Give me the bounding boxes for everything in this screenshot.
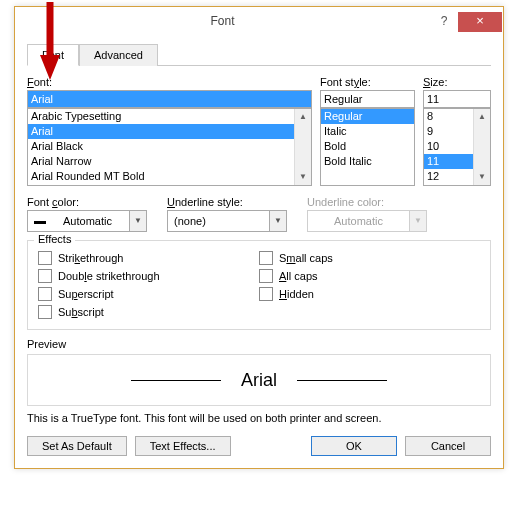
cancel-button[interactable]: Cancel [405, 436, 491, 456]
font-input[interactable] [27, 90, 312, 108]
underlinestyle-value: (none) [168, 215, 269, 227]
fontstyle-label: Font style: [320, 76, 415, 88]
check-subscript[interactable]: Subscript [38, 305, 259, 319]
fontstyle-listbox[interactable]: Regular Italic Bold Bold Italic [320, 108, 415, 186]
list-item[interactable]: Arial Narrow [28, 154, 311, 169]
checkbox-icon [259, 287, 273, 301]
tab-advanced-label: Advanced [94, 49, 143, 61]
help-button[interactable]: ? [430, 11, 458, 31]
list-item[interactable]: Bold [321, 139, 414, 154]
list-item[interactable]: Bold Italic [321, 154, 414, 169]
check-allcaps[interactable]: All caps [259, 269, 480, 283]
footer: Set As Default Text Effects... OK Cancel [27, 436, 491, 456]
font-dialog: Font ? × Font Advanced Font: Arabic Type… [14, 6, 504, 469]
setdefault-button[interactable]: Set As Default [27, 436, 127, 456]
checkbox-icon [38, 287, 52, 301]
chevron-down-icon[interactable]: ▼ [129, 211, 146, 231]
tab-font-label: Font [42, 49, 64, 61]
effects-label: Effects [34, 233, 75, 245]
tab-font[interactable]: Font [27, 44, 79, 66]
size-column: Size: 8 9 10 11 12 ▲ ▼ [423, 76, 491, 186]
effects-group: Effects Strikethrough Double strikethrou… [27, 240, 491, 330]
scroll-up-icon[interactable]: ▲ [295, 109, 311, 125]
list-item[interactable]: Arabic Typesetting [28, 109, 311, 124]
dialog-title: Font [15, 14, 430, 28]
titlebar: Font ? × [15, 7, 503, 35]
preview-box: Arial [27, 354, 491, 406]
list-item[interactable]: Arial Black [28, 139, 311, 154]
underlinecolor-value: Automatic [308, 215, 409, 227]
check-superscript[interactable]: Superscript [38, 287, 259, 301]
list-item[interactable]: Italic [321, 124, 414, 139]
scroll-down-icon[interactable]: ▼ [295, 169, 311, 185]
scrollbar[interactable]: ▲ ▼ [473, 109, 490, 185]
list-item[interactable]: Arial [28, 124, 311, 139]
size-listbox[interactable]: 8 9 10 11 12 ▲ ▼ [423, 108, 491, 186]
tab-advanced[interactable]: Advanced [79, 44, 158, 66]
font-label: Font: [27, 76, 312, 88]
chevron-down-icon[interactable]: ▼ [269, 211, 286, 231]
checkbox-icon [38, 305, 52, 319]
font-listbox[interactable]: Arabic Typesetting Arial Arial Black Ari… [27, 108, 312, 186]
checkbox-icon [259, 269, 273, 283]
scrollbar[interactable]: ▲ ▼ [294, 109, 311, 185]
checkbox-icon [259, 251, 273, 265]
underlinecolor-combo: Automatic ▼ [307, 210, 427, 232]
underlinestyle-label: Underline style: [167, 196, 287, 208]
texteffects-button[interactable]: Text Effects... [135, 436, 231, 456]
check-hidden[interactable]: Hidden [259, 287, 480, 301]
preview-line-right [297, 380, 387, 381]
check-doublestrike[interactable]: Double strikethrough [38, 269, 259, 283]
underlinecolor-group: Underline color: Automatic ▼ [307, 196, 427, 232]
scroll-up-icon[interactable]: ▲ [474, 109, 490, 125]
font-column: Font: Arabic Typesetting Arial Arial Bla… [27, 76, 312, 186]
chevron-down-icon: ▼ [409, 211, 426, 231]
fontcolor-label: Font color: [27, 196, 147, 208]
scroll-down-icon[interactable]: ▼ [474, 169, 490, 185]
underlinecolor-label: Underline color: [307, 196, 427, 208]
fontstyle-column: Font style: Regular Italic Bold Bold Ita… [320, 76, 415, 186]
checkbox-icon [38, 269, 52, 283]
tabs: Font Advanced [27, 43, 491, 66]
underlinestyle-combo[interactable]: (none) ▼ [167, 210, 287, 232]
fontstyle-input[interactable] [320, 90, 415, 108]
fontcolor-value: Automatic [46, 215, 129, 227]
size-label: Size: [423, 76, 491, 88]
preview-label: Preview [27, 338, 491, 350]
underlinestyle-group: Underline style: (none) ▼ [167, 196, 287, 232]
fontcolor-combo[interactable]: Automatic ▼ [27, 210, 147, 232]
close-button[interactable]: × [458, 12, 502, 32]
size-input[interactable] [423, 90, 491, 108]
list-item[interactable]: Regular [321, 109, 414, 124]
preview-line-left [131, 380, 221, 381]
check-strikethrough[interactable]: Strikethrough [38, 251, 259, 265]
preview-text: Arial [241, 370, 277, 391]
font-note: This is a TrueType font. This font will … [27, 412, 491, 424]
color-swatch-icon [28, 215, 46, 227]
check-smallcaps[interactable]: Small caps [259, 251, 480, 265]
list-item[interactable]: Arial Rounded MT Bold [28, 169, 311, 184]
checkbox-icon [38, 251, 52, 265]
fontcolor-group: Font color: Automatic ▼ [27, 196, 147, 232]
ok-button[interactable]: OK [311, 436, 397, 456]
